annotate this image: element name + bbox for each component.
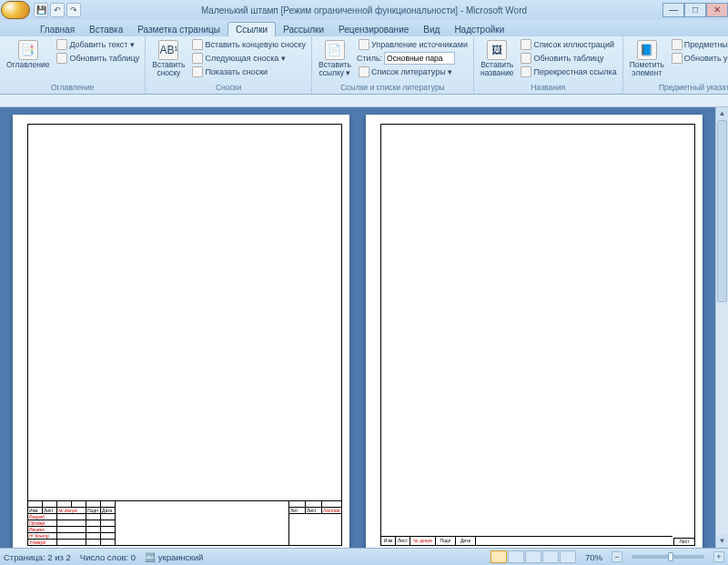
page-1[interactable]: ИзмЛист№ докумПодпДатаЛитЛистЛистовРазра…	[13, 115, 349, 548]
ribbon-group-label-0: Оглавление	[4, 82, 141, 92]
ribbon-group-0: 📑ОглавлениеДобавить текст ▾Обновить табл…	[0, 36, 146, 94]
tab-2[interactable]: Разметка страницы	[130, 23, 228, 36]
ribbon-item-4-1[interactable]: Обновить указатель	[670, 52, 728, 65]
ribbon-item-3-1[interactable]: Обновить таблицу	[519, 52, 618, 65]
ribbon-item-icon-4-1	[672, 53, 682, 64]
ribbon-big-0[interactable]: 📑Оглавление	[4, 38, 52, 71]
ribbon-item-icon-1-0	[192, 39, 203, 50]
ribbon-item-icon-0-1	[56, 53, 67, 64]
view-web[interactable]	[525, 550, 541, 563]
zoom-value[interactable]: 70%	[585, 552, 602, 562]
ribbon-group-1: AB¹Вставить сноскуВставить концевую снос…	[146, 36, 312, 94]
stamp2-mini: Лист	[673, 538, 695, 546]
ribbon-item-0-1[interactable]: Обновить таблицу	[55, 52, 141, 65]
ribbon-item-3-2[interactable]: Перекрестная ссылка	[519, 66, 618, 78]
ribbon-big-icon-2: 📄	[325, 40, 345, 60]
scroll-up-icon[interactable]: ▲	[716, 107, 728, 120]
tab-5[interactable]: Рецензирование	[331, 23, 416, 36]
maximize-button[interactable]: □	[684, 3, 706, 17]
ribbon-big-icon-0: 📑	[18, 40, 38, 60]
ribbon-group-3: 🖼Вставить названиеСписок иллюстрацийОбно…	[474, 36, 623, 94]
view-full-screen[interactable]	[508, 550, 524, 563]
ribbon-item-1-0[interactable]: Вставить концевую сноску	[190, 38, 308, 51]
status-page[interactable]: Страница: 2 из 2	[4, 552, 71, 562]
ruler	[0, 95, 728, 107]
ribbon-item-icon-3-0	[521, 39, 531, 50]
qat-redo-icon[interactable]: ↷	[66, 3, 81, 17]
ribbon-big-label-1: Вставить сноску	[152, 61, 185, 77]
tab-4[interactable]: Рассылки	[276, 23, 331, 36]
window-title: Маленький штамп [Режим ограниченной функ…	[201, 5, 527, 15]
page-2[interactable]: Лист ИзмЛист№ докумПодпДата	[366, 115, 703, 548]
stamp2-cell-2: № докум	[410, 537, 436, 545]
ribbon-big-label-4: Пометить элемент	[630, 61, 664, 77]
view-draft[interactable]	[560, 550, 576, 563]
stamp2-cell-1: Лист	[396, 537, 410, 545]
status-lang[interactable]: 🔤 украинский	[145, 552, 203, 562]
ribbon-item-icon-1-1	[192, 53, 203, 64]
vertical-scrollbar[interactable]: ▲ ▼	[715, 107, 728, 548]
ribbon-item-2-2[interactable]: Список литературы ▾	[357, 66, 470, 78]
ribbon-group-label-1: Сноски	[149, 82, 308, 92]
stamp2-cell-3: Подп	[436, 537, 456, 545]
status-words[interactable]: Число слов: 0	[80, 552, 136, 562]
ribbon-item-icon-0-0	[56, 39, 67, 50]
ribbon-item-1-2[interactable]: Показать сноски	[190, 66, 308, 78]
ribbon-item-icon-3-2	[521, 66, 531, 77]
ribbon-big-icon-1: AB¹	[158, 40, 178, 60]
qat-save-icon[interactable]: 💾	[34, 3, 48, 17]
ribbon-group-label-3: Названия	[478, 82, 619, 92]
status-bar: Страница: 2 из 2 Число слов: 0 🔤 украинс…	[0, 548, 728, 565]
ribbon-tabs: ГлавнаяВставкаРазметка страницыСсылкиРас…	[0, 20, 728, 36]
ribbon-big-2[interactable]: 📄Вставить ссылку ▾	[316, 38, 354, 79]
scroll-thumb[interactable]	[717, 120, 727, 302]
ribbon-big-label-3: Вставить название	[480, 61, 514, 77]
ribbon-group-4: 📘Пометить элементПредметный указательОбн…	[623, 36, 728, 94]
close-button[interactable]: ✕	[706, 3, 728, 17]
ribbon-big-3[interactable]: 🖼Вставить название	[478, 38, 517, 79]
ribbon-item-icon-1-2	[192, 66, 203, 77]
ribbon-item-icon-4-0	[672, 39, 682, 50]
ribbon-group-2: 📄Вставить ссылку ▾Управление источниками…	[312, 36, 474, 94]
ribbon-big-icon-3: 🖼	[487, 40, 507, 60]
office-button[interactable]	[1, 1, 30, 19]
ribbon-item-0-0[interactable]: Добавить текст ▾	[55, 38, 141, 51]
ribbon-group-label-2: Ссылки и списки литературы	[316, 82, 470, 92]
view-outline[interactable]	[542, 550, 559, 563]
tab-6[interactable]: Вид	[416, 23, 447, 36]
style-label: Стиль:	[357, 54, 382, 63]
ribbon-item-icon-2-0	[359, 39, 369, 50]
ribbon-big-1[interactable]: AB¹Вставить сноску	[149, 38, 187, 79]
minimize-button[interactable]: —	[662, 3, 684, 17]
zoom-in-button[interactable]: +	[713, 551, 724, 562]
ribbon-big-label-2: Вставить ссылку ▾	[318, 61, 351, 77]
stamp2-cell-0: Изм	[381, 537, 396, 545]
ribbon-item-icon-3-1	[521, 53, 531, 64]
ribbon-big-4[interactable]: 📘Пометить элемент	[627, 38, 667, 79]
stamp2-cell-4: Дата	[456, 537, 476, 545]
ribbon-item-3-0[interactable]: Список иллюстраций	[519, 38, 618, 51]
tab-0[interactable]: Главная	[33, 23, 82, 36]
zoom-slider[interactable]	[632, 555, 704, 559]
ribbon-item-4-0[interactable]: Предметный указатель	[670, 38, 728, 51]
tab-3[interactable]: Ссылки	[228, 22, 276, 36]
ribbon-big-icon-4: 📘	[637, 40, 657, 60]
ribbon-item-icon-2-2	[359, 66, 369, 77]
tab-1[interactable]: Вставка	[82, 23, 130, 36]
document-area: ИзмЛист№ докумПодпДатаЛитЛистЛистовРазра…	[0, 107, 728, 548]
ribbon-big-label-0: Оглавление	[6, 61, 49, 69]
zoom-out-button[interactable]: −	[612, 551, 622, 562]
qat-undo-icon[interactable]: ↶	[50, 3, 65, 17]
tab-7[interactable]: Надстройки	[447, 23, 511, 36]
ribbon-item-1-1[interactable]: Следующая сноска ▾	[190, 52, 308, 65]
scroll-down-icon[interactable]: ▼	[716, 535, 728, 548]
ribbon: 📑ОглавлениеДобавить текст ▾Обновить табл…	[0, 36, 728, 95]
view-print-layout[interactable]	[490, 550, 507, 563]
view-buttons	[490, 550, 576, 563]
ribbon-item-2-0[interactable]: Управление источниками	[357, 38, 470, 51]
ribbon-group-label-4: Предметный указатель	[627, 82, 728, 92]
style-select[interactable]	[384, 52, 455, 65]
